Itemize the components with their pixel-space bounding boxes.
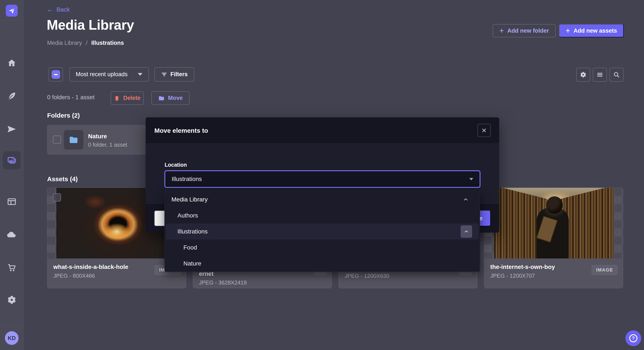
option-nature[interactable]: Nature: [165, 255, 480, 271]
question-mark-icon: ?: [629, 334, 638, 342]
page-title: Media Library: [47, 17, 134, 33]
back-link[interactable]: ← Back: [47, 6, 70, 14]
asset-meta: JPEG - 1200X707: [490, 272, 535, 279]
folder-tile: [64, 130, 84, 150]
close-button[interactable]: [478, 124, 491, 137]
sort-value: Most recent uploads: [76, 71, 128, 78]
trash-icon: [114, 95, 120, 101]
app-logo[interactable]: [6, 5, 18, 17]
asset-checkbox[interactable]: [53, 193, 61, 201]
sidebar-divider: [0, 21, 24, 21]
back-label: Back: [56, 6, 70, 13]
home-icon: [7, 58, 17, 68]
collapse-button[interactable]: [460, 225, 472, 238]
filters-button[interactable]: Filters: [154, 67, 194, 82]
modal-header: Move elements to: [146, 117, 499, 144]
asset-name: the-internet-s-own-boy: [490, 264, 555, 270]
paper-plane-icon: [7, 124, 17, 134]
delete-button[interactable]: Delete: [111, 91, 144, 105]
option-food[interactable]: Food: [165, 239, 480, 255]
active-nav-highlight: [3, 151, 21, 169]
feather-icon: [7, 91, 17, 101]
breadcrumb: Media Library / Illustrations: [47, 40, 124, 46]
cog-icon: [580, 71, 587, 78]
sidebar-item-releases[interactable]: [0, 120, 24, 139]
asset-meta: JPEG - 800X466: [53, 272, 95, 279]
folders-heading: Folders (2): [47, 112, 80, 119]
folder-icon: [69, 135, 78, 145]
person-head: [546, 196, 563, 214]
chevron-down-icon: [138, 73, 142, 76]
grid-settings-button[interactable]: [576, 68, 590, 82]
folder-name: Nature: [88, 133, 107, 140]
cart-icon: [7, 263, 17, 273]
location-value: Illustrations: [172, 176, 202, 182]
plus-icon: +: [566, 27, 570, 35]
option-media-library[interactable]: Media Library: [165, 191, 480, 207]
select-all-checkbox[interactable]: [48, 67, 63, 82]
list-icon: [596, 71, 603, 78]
sidebar-item-marketplace[interactable]: [0, 258, 24, 277]
indeterminate-checkbox-icon: [52, 70, 60, 79]
asset-card[interactable]: the-internet-s-own-boy JPEG - 1200X707 I…: [484, 188, 623, 288]
gear-icon: [7, 295, 17, 305]
sidebar-divider: [0, 326, 24, 327]
add-new-folder-button[interactable]: + Add new folder: [492, 24, 556, 37]
asset-thumbnail: [484, 188, 623, 258]
add-new-assets-button[interactable]: + Add new assets: [559, 24, 624, 37]
sidebar-item-media-library[interactable]: [0, 151, 24, 170]
move-button[interactable]: Move: [152, 91, 190, 105]
library-photo: [494, 188, 614, 258]
location-select[interactable]: Illustrations: [164, 170, 480, 188]
help-button[interactable]: ?: [626, 330, 641, 346]
chevron-up-icon: [464, 229, 469, 234]
asset-meta: JPEG - 3628X2419: [199, 279, 247, 286]
close-icon: [482, 128, 487, 133]
sidebar-item-content[interactable]: [0, 86, 24, 106]
folder-meta: 0 folder, 1 asset: [88, 142, 127, 148]
search-icon: [613, 71, 620, 78]
plus-icon: +: [500, 27, 504, 35]
layout-icon: [7, 197, 17, 207]
location-label: Location: [165, 162, 187, 168]
list-view-button[interactable]: [593, 68, 607, 82]
sidebar-item-content-manager[interactable]: [0, 192, 24, 211]
asset-type-badge: IMAGE: [591, 265, 618, 275]
folder-icon: [158, 95, 165, 101]
chevron-up-icon: [463, 197, 469, 203]
sort-select[interactable]: Most recent uploads: [69, 67, 149, 82]
folder-checkbox[interactable]: [53, 136, 61, 144]
assets-heading: Assets (4): [47, 175, 78, 183]
location-dropdown: Media Library Authors Illustrations Food…: [164, 191, 480, 272]
breadcrumb-current: Illustrations: [91, 40, 124, 46]
breadcrumb-parent[interactable]: Media Library: [47, 40, 82, 46]
modal-title: Move elements to: [154, 127, 208, 134]
search-button[interactable]: [610, 68, 624, 82]
sidebar-item-home[interactable]: [0, 53, 24, 73]
selection-summary: 0 folders - 1 asset: [47, 94, 95, 101]
media-library-icon: [6, 155, 17, 165]
back-arrow-icon: ←: [47, 6, 54, 14]
cloud-icon: [6, 230, 17, 240]
logo-plane-icon: [8, 7, 15, 14]
sidebar-item-deploy[interactable]: [0, 225, 24, 244]
avatar[interactable]: KD: [5, 331, 18, 345]
chevron-down-icon: [469, 178, 473, 180]
asset-name: what-s-inside-a-black-hole: [53, 264, 128, 270]
sidebar-item-settings[interactable]: [0, 290, 24, 309]
avatar-initials: KD: [8, 335, 16, 341]
option-illustrations[interactable]: Illustrations: [166, 223, 478, 239]
option-authors[interactable]: Authors: [165, 207, 480, 223]
filter-icon: [161, 71, 168, 78]
breadcrumb-separator: /: [86, 40, 88, 46]
asset-meta: JPEG - 1200X630: [344, 272, 390, 279]
sidebar: KD: [0, 0, 24, 350]
